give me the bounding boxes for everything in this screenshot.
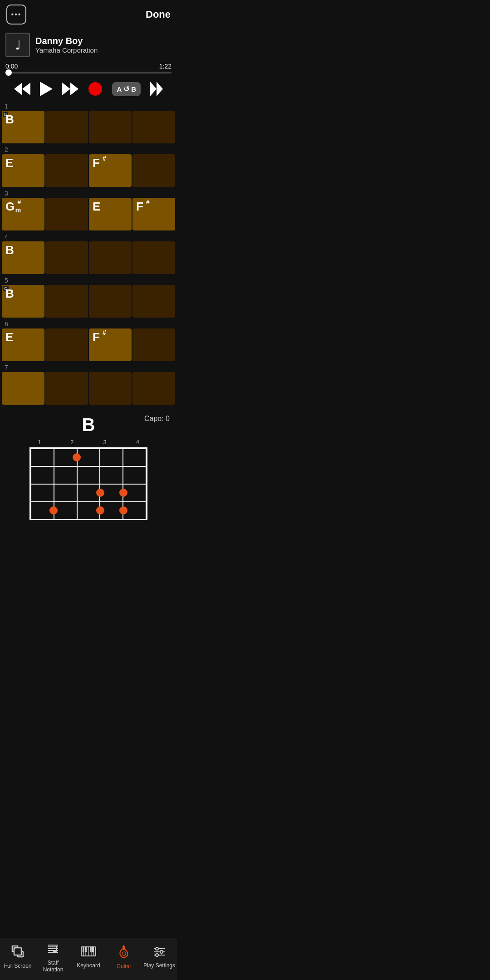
chord-cell-6-1[interactable]: E xyxy=(2,328,44,361)
row-number-4: 4 xyxy=(0,231,177,241)
row-number-5: 5 xyxy=(0,275,177,285)
chord-cell-2-3[interactable]: F# xyxy=(89,154,132,187)
chord-label-1-1: B xyxy=(5,113,14,125)
row-section-4: 4B xyxy=(0,231,177,274)
chord-cell-7-4[interactable] xyxy=(132,372,175,405)
chord-cell-7-2[interactable] xyxy=(45,372,88,405)
chord-cell-7-3[interactable] xyxy=(89,372,132,405)
bottom-nav: Full Screen Staff Notation xyxy=(0,938,177,980)
chord-row-6: EF# xyxy=(0,328,177,361)
chord-cell-7-1[interactable] xyxy=(2,372,44,405)
svg-rect-30 xyxy=(90,947,92,952)
chord-modifier: # xyxy=(103,329,106,336)
chord-cell-4-3[interactable] xyxy=(89,241,132,274)
chord-cell-5-2[interactable] xyxy=(45,285,88,318)
capo-label: Capo: 0 xyxy=(144,415,170,423)
rewind-button[interactable] xyxy=(14,83,30,95)
fret-line-2 xyxy=(30,484,147,485)
record-button[interactable] xyxy=(88,82,103,96)
fret-grid xyxy=(29,447,147,520)
chord-cell-6-2[interactable] xyxy=(45,328,88,361)
row-section-7: 7 xyxy=(0,362,177,405)
fret-line-0 xyxy=(30,448,147,449)
menu-button[interactable]: ••• xyxy=(6,5,26,24)
svg-point-5 xyxy=(88,82,102,96)
chord-cell-2-2[interactable] xyxy=(45,154,88,187)
chord-cell-5-3[interactable] xyxy=(89,285,132,318)
chord-row-5: CB xyxy=(0,285,177,318)
nav-keyboard[interactable]: Keyboard xyxy=(71,946,106,969)
row-section-2: 2EF# xyxy=(0,144,177,187)
row-number-7: 7 xyxy=(0,362,177,372)
progress-bar[interactable] xyxy=(5,72,172,74)
chord-row-3: G#mEF# xyxy=(0,198,177,230)
chord-cell-3-3[interactable]: E xyxy=(89,198,132,230)
chord-cell-4-4[interactable] xyxy=(132,241,175,274)
time-row: 0:00 1:22 xyxy=(5,63,172,70)
chord-cell-1-1[interactable]: BB xyxy=(2,111,44,143)
fret-diagram: 1 2 3 4 xyxy=(29,439,147,520)
nav-play-settings[interactable]: Play Settings xyxy=(142,946,177,969)
chord-cell-5-1[interactable]: CB xyxy=(2,285,44,318)
svg-marker-0 xyxy=(22,83,30,95)
fret-line-3 xyxy=(30,501,147,502)
svg-marker-6 xyxy=(157,82,163,96)
play-settings-icon xyxy=(152,946,166,960)
fret-dot xyxy=(96,506,104,514)
svg-rect-8 xyxy=(14,948,21,955)
done-button[interactable]: Done xyxy=(146,9,171,20)
chord-label-5-1: B xyxy=(5,288,14,299)
playback-controls: A ↺ B xyxy=(0,77,177,101)
nav-play-settings-label: Play Settings xyxy=(143,962,175,969)
nav-staff-notation[interactable]: Staff Notation xyxy=(35,942,71,973)
loop-button[interactable] xyxy=(150,82,163,96)
svg-point-32 xyxy=(122,952,126,956)
ab-label: A xyxy=(117,85,122,93)
svg-rect-28 xyxy=(83,947,84,952)
row-section-5: 5CB xyxy=(0,275,177,318)
chord-modifier: # xyxy=(17,199,21,205)
chord-cell-1-3[interactable] xyxy=(89,111,132,143)
row-section-1: 1BB xyxy=(0,101,177,143)
staff-notation-icon xyxy=(47,942,59,958)
fast-forward-button[interactable] xyxy=(62,83,78,95)
chord-sub: m xyxy=(15,207,21,213)
chord-cell-1-2[interactable] xyxy=(45,111,88,143)
chord-cell-1-4[interactable] xyxy=(132,111,175,143)
svg-marker-3 xyxy=(62,83,70,95)
nav-fullscreen[interactable]: Full Screen xyxy=(0,945,35,969)
chord-cell-2-4[interactable] xyxy=(132,154,175,187)
nav-staff-label: Staff Notation xyxy=(43,960,64,973)
row-section-6: 6EF# xyxy=(0,318,177,361)
play-button[interactable] xyxy=(40,82,53,96)
fret-dot xyxy=(119,506,127,514)
song-info: Danny Boy Yamaha Corporation xyxy=(35,36,98,54)
chord-cell-3-4[interactable]: F# xyxy=(132,198,175,230)
chord-cell-3-2[interactable] xyxy=(45,198,88,230)
chord-modifier: # xyxy=(103,155,106,162)
chord-cell-5-4[interactable] xyxy=(132,285,175,318)
chord-cell-3-1[interactable]: G#m xyxy=(2,198,44,230)
chord-cell-4-2[interactable] xyxy=(45,241,88,274)
chord-label-6-1: E xyxy=(5,331,13,343)
chord-cell-2-1[interactable]: E xyxy=(2,154,44,187)
chord-modifier: # xyxy=(146,199,150,205)
frets xyxy=(30,448,147,519)
ab-repeat-button[interactable]: A ↺ B xyxy=(112,82,141,96)
svg-rect-31 xyxy=(92,947,94,952)
header: ••• Done xyxy=(0,0,177,29)
chord-diagram-section: B Capo: 0 1 2 3 4 xyxy=(0,409,177,527)
guitar-icon xyxy=(118,945,130,961)
svg-marker-7 xyxy=(150,82,157,96)
nav-fullscreen-label: Full Screen xyxy=(4,963,32,969)
keyboard-icon xyxy=(81,946,96,960)
chord-cell-6-4[interactable] xyxy=(132,328,175,361)
chord-row-2: EF# xyxy=(0,154,177,187)
chord-label-2-3: F# xyxy=(93,157,100,169)
chord-cell-6-3[interactable]: F# xyxy=(89,328,132,361)
current-time: 0:00 xyxy=(5,63,18,70)
chord-cell-4-1[interactable]: B xyxy=(2,241,44,274)
playback-section: 0:00 1:22 xyxy=(0,61,177,77)
nav-guitar[interactable]: Guitar xyxy=(106,945,142,970)
chord-label-3-4: F# xyxy=(136,201,143,212)
